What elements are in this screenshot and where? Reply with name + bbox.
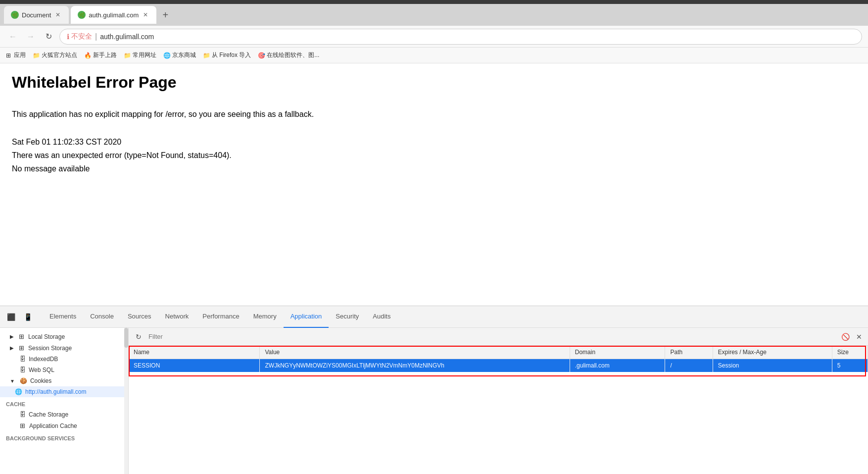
col-path: Path [665,346,713,359]
cookies-table-container: Name Value Domain Path Expires / Max-Age… [129,346,868,474]
bookmark-firefox-import[interactable]: 📁 从 Firefox 导入 [203,51,251,59]
bookmark-common-label: 常用网址 [133,51,156,59]
devtools-main-panel: ↻ Filter 🚫 ✕ Name Value Domain Path [129,328,868,474]
tab-favicon-document [11,11,19,19]
table-body: SESSION ZWJkNGYyNWMtOWZiYS00MGIxLTljMWYt… [129,359,868,372]
col-name: Name [129,346,260,359]
bookmarks-bar: ⊞ 应用 📁 火狐官方站点 🔥 新手上路 📁 常用网址 🌐 京东商城 📁 从 F… [0,48,868,63]
tab-close-document[interactable]: ✕ [54,11,62,19]
cookies-label: Cookies [30,377,51,384]
bookmark-apps[interactable]: ⊞ 应用 [5,51,26,59]
nav-bar: ← → ↻ ℹ 不安全 | auth.gulimall.com [0,26,868,48]
tab-label-auth: auth.gulimall.com [89,11,139,19]
cache-section-label: Cache [0,397,128,409]
error-meta: Sat Feb 01 11:02:33 CST 2020 There was a… [12,135,856,176]
tab-security[interactable]: Security [329,306,366,328]
cookies-table: Name Value Domain Path Expires / Max-Age… [129,346,868,372]
tab-auth[interactable]: auth.gulimall.com ✕ [71,6,156,24]
col-size: Size [832,346,868,359]
tab-network[interactable]: Network [158,306,196,328]
bookmark-apps-label: 应用 [14,51,26,59]
cell-size: 5 [832,359,868,372]
sidebar-item-cookies-url[interactable]: 🌐 http://auth.gulimall.com [0,386,128,397]
tab-performance[interactable]: Performance [195,306,246,328]
expand-arrow-session: ▶ [10,345,14,351]
forward-button[interactable]: → [24,30,38,44]
local-storage-icon: ⊞ [19,333,24,340]
newbie-icon: 🔥 [84,52,91,59]
indexeddb-label: IndexedDB [29,356,58,363]
bookmark-firefox[interactable]: 📁 火狐官方站点 [33,51,77,59]
web-sql-label: Web SQL [29,367,54,373]
bookmark-common[interactable]: 📁 常用网址 [124,51,156,59]
cell-expires: Session [713,359,832,372]
col-expires: Expires / Max-Age [713,346,832,359]
bookmark-drawing-label: 在线绘图软件、图... [267,51,319,59]
devtools-panel: ⬛ 📱 Elements Console Sources Network Per… [0,306,868,474]
sidebar-scrollbar[interactable] [124,328,128,474]
cache-storage-label: Cache Storage [29,411,68,418]
tab-sources[interactable]: Sources [121,306,158,328]
security-text: 不安全 [71,32,92,41]
browser-titlebar [0,0,868,4]
tab-elements[interactable]: Elements [43,306,83,328]
error-title: Whitelabel Error Page [12,73,856,92]
sidebar-item-local-storage[interactable]: ▶ ⊞ Local Storage [0,331,128,342]
refresh-button[interactable]: ↻ [42,30,55,44]
bookmark-jd-label: 京东商城 [172,51,196,59]
tab-application[interactable]: Application [284,306,329,328]
close-panel-button[interactable]: ✕ [854,332,864,342]
back-button[interactable]: ← [6,30,20,44]
inspect-icon[interactable]: ⬛ [4,310,18,324]
drawing-icon: 🎯 [258,52,265,59]
sidebar-item-indexeddb[interactable]: 🗄 IndexedDB [0,354,128,365]
tab-close-auth[interactable]: ✕ [142,11,149,19]
bookmark-drawing[interactable]: 🎯 在线绘图软件、图... [258,51,319,59]
session-storage-label: Session Storage [28,345,72,352]
sidebar-item-cookies[interactable]: ▼ 🍪 Cookies [0,375,128,386]
bookmark-firefox-label: 火狐官方站点 [42,51,77,59]
cookies-url-icon: 🌐 [15,388,22,395]
error-type: There was an unexpected error (type=Not … [12,149,856,162]
table-row[interactable]: SESSION ZWJkNGYyNWMtOWZiYS00MGIxLTljMWYt… [129,359,868,372]
cookies-url-label: http://auth.gulimall.com [25,388,86,395]
refresh-cookies-button[interactable]: ↻ [133,331,145,343]
cell-domain: .gulimall.com [570,359,665,372]
cell-path: / [665,359,713,372]
address-text: auth.gulimall.com [100,33,855,41]
tab-audits[interactable]: Audits [366,306,397,328]
error-timestamp: Sat Feb 01 11:02:33 CST 2020 [12,135,856,149]
app-cache-label: Application Cache [29,422,77,429]
bookmark-newbie[interactable]: 🔥 新手上路 [84,51,117,59]
devtools-body: ▶ ⊞ Local Storage ▶ ⊞ Session Storage 🗄 … [0,328,868,474]
sidebar-item-cache-storage[interactable]: 🗄 Cache Storage [0,409,128,420]
tab-console[interactable]: Console [83,306,121,328]
sidebar-scroll-thumb [124,328,128,348]
jd-icon: 🌐 [163,52,170,59]
tab-document[interactable]: Document ✕ [4,6,69,24]
tab-memory[interactable]: Memory [246,306,284,328]
tab-bar: Document ✕ auth.gulimall.com ✕ + [0,4,868,26]
tab-favicon-auth [78,11,86,19]
new-tab-button[interactable]: + [158,8,172,22]
panel-toolbar: ↻ Filter 🚫 ✕ [129,328,868,346]
sidebar-item-web-sql[interactable]: 🗄 Web SQL [0,365,128,375]
filter-label: Filter [148,333,163,340]
apps-icon: ⊞ [5,52,12,59]
filter-input[interactable] [167,333,836,340]
tab-label-document: Document [22,11,51,19]
security-icon: ℹ [67,33,69,41]
expand-arrow-cookies: ▼ [10,378,15,384]
security-indicator: ℹ 不安全 [67,32,92,41]
clear-button[interactable]: 🚫 [840,332,850,342]
bookmark-jd[interactable]: 🌐 京东商城 [163,51,196,59]
devtools-icons: ⬛ 📱 [4,310,35,324]
address-bar[interactable]: ℹ 不安全 | auth.gulimall.com [59,29,862,45]
sidebar-item-app-cache[interactable]: ⊞ Application Cache [0,420,128,431]
sidebar-item-session-storage[interactable]: ▶ ⊞ Session Storage [0,342,128,354]
cell-value: ZWJkNGYyNWMtOWZiYS00MGIxLTljMWYtN2VmNmY0… [260,359,570,372]
table-header: Name Value Domain Path Expires / Max-Age… [129,346,868,359]
session-storage-icon: ⊞ [19,344,24,352]
device-icon[interactable]: 📱 [21,310,35,324]
web-sql-icon: 🗄 [20,367,26,373]
